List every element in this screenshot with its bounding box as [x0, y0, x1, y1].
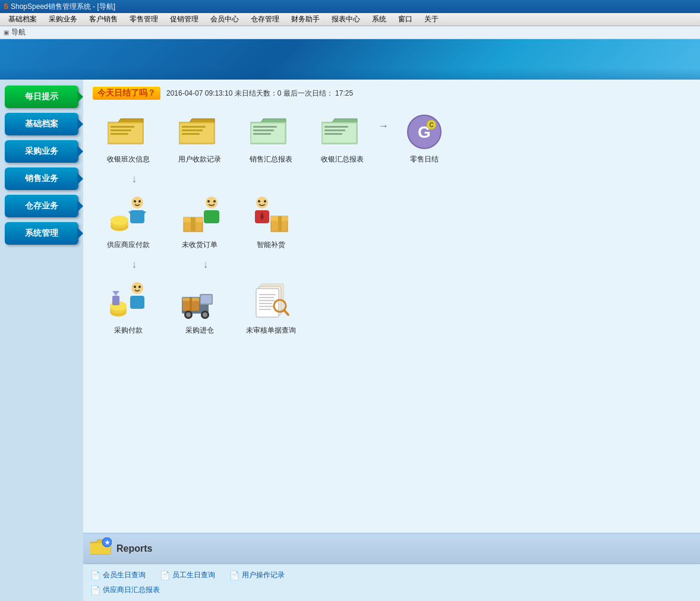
svg-rect-11 [182, 133, 200, 135]
svg-point-56 [138, 286, 141, 288]
label-pending-orders: 未收货订单 [182, 240, 217, 250]
svg-rect-9 [182, 126, 206, 128]
menu-promo[interactable]: 促销管理 [164, 13, 204, 26]
reports-header: ★ Reports [83, 534, 700, 564]
menu-system[interactable]: 系统 [366, 13, 392, 26]
svg-point-62 [186, 312, 191, 317]
icon-row-3: 采购付款 采购进仓 [93, 273, 690, 341]
svg-point-55 [134, 286, 136, 288]
menu-window[interactable]: 窗口 [392, 13, 418, 26]
icon-sales-summary[interactable]: 销售汇总报表 [235, 108, 307, 170]
sidebar: 每日提示 基础档案 采购业务 销售业务 仓存业务 系统管理 [0, 80, 83, 601]
report-link-icon-4: 📄 [90, 586, 100, 595]
report-staff-birthday[interactable]: 📄 员工生日查询 [160, 569, 215, 581]
svg-rect-17 [253, 133, 271, 135]
icon-pending-orders[interactable]: 未收货订单 [164, 188, 235, 256]
svg-point-33 [134, 200, 136, 203]
sidebar-warehouse-btn[interactable]: 仓存业务 [5, 195, 78, 217]
report-link-icon-3: 📄 [229, 571, 239, 580]
svg-rect-16 [253, 129, 274, 131]
title-icon: S [4, 2, 8, 11]
svg-point-41 [213, 200, 216, 203]
svg-rect-75 [259, 306, 273, 307]
menu-reports[interactable]: 报表中心 [326, 13, 366, 26]
svg-point-34 [138, 200, 141, 203]
svg-rect-44 [278, 216, 282, 232]
title-bar: S ShopSpeed销售管理系统 - [导航] [0, 0, 700, 13]
menu-bar: 基础档案 采购业务 客户销售 零售管理 促销管理 会员中心 仓存管理 财务助手 … [0, 13, 700, 26]
svg-rect-60 [201, 295, 212, 303]
svg-point-53 [131, 282, 143, 294]
label-sales-summary: 销售汇总报表 [250, 154, 292, 165]
report-user-oplog[interactable]: 📄 用户操作记录 [229, 569, 285, 581]
sidebar-daily-btn[interactable]: 每日提示 [5, 86, 78, 108]
svg-text:C: C [429, 122, 433, 128]
label-cashier-shift: 收银班次信息 [107, 154, 150, 165]
icon-smart-restock[interactable]: 智能补货 [235, 188, 307, 256]
svg-rect-67 [190, 298, 192, 311]
svg-point-38 [206, 197, 217, 208]
icon-supplier-payable[interactable]: 供应商应付款 [93, 188, 164, 256]
report-supplier-daily[interactable]: 📄 供应商日汇总报表 [90, 584, 693, 596]
menu-warehouse[interactable]: 仓存管理 [245, 13, 285, 26]
menu-about[interactable]: 关于 [418, 13, 444, 26]
label-retail-daily: 零售日结 [410, 154, 439, 165]
svg-rect-54 [130, 296, 144, 309]
svg-rect-22 [324, 129, 345, 131]
icon-row-1: 收银班次信息 用户收款记录 [93, 108, 690, 170]
daily-banner: 今天日结了吗？ 2016-04-07 09:13:10 未日结天数：0 最后一次… [93, 87, 690, 100]
reports-section: ★ Reports 📄 会员生日查询 📄 员工生日查询 📄 用户操作记录 [83, 533, 700, 601]
reports-links: 📄 会员生日查询 📄 员工生日查询 📄 用户操作记录 📄 供应商日汇总报表 [83, 564, 700, 601]
svg-point-31 [131, 197, 143, 208]
svg-rect-5 [111, 133, 128, 135]
menu-jichufiles[interactable]: 基础档案 [2, 13, 43, 26]
svg-text:★: ★ [105, 539, 111, 546]
icon-cashier-shift[interactable]: 收银班次信息 [93, 108, 164, 170]
report-member-birthday[interactable]: 📄 会员生日查询 [90, 569, 146, 581]
svg-point-45 [256, 197, 268, 208]
reports-title-text: Reports [116, 543, 152, 554]
report-link-icon-1: 📄 [90, 571, 100, 580]
arrow-connector: → [378, 108, 389, 132]
label-smart-restock: 智能补货 [257, 240, 285, 250]
menu-finance[interactable]: 财务助手 [285, 13, 326, 26]
report-link-icon-2: 📄 [160, 571, 170, 580]
svg-rect-32 [130, 210, 144, 223]
header-banner [0, 39, 700, 80]
svg-point-47 [258, 200, 260, 203]
icon-purchase-instock[interactable]: 采购进仓 [164, 273, 235, 341]
breadcrumb-icon: ▣ [4, 29, 9, 36]
svg-rect-3 [111, 126, 134, 128]
label-purchase-payment: 采购付款 [114, 325, 143, 336]
svg-rect-57 [112, 296, 119, 305]
sidebar-basic-btn[interactable]: 基础档案 [5, 113, 78, 135]
icon-purchase-payment[interactable]: 采购付款 [93, 273, 164, 341]
svg-rect-74 [259, 303, 272, 304]
svg-point-30 [111, 216, 128, 225]
label-supplier-payable: 供应商应付款 [107, 240, 150, 250]
svg-rect-21 [324, 126, 348, 128]
label-unreviewed-docs: 未审核单据查询 [246, 325, 296, 336]
menu-sales[interactable]: 客户销售 [83, 13, 124, 26]
icon-user-payment[interactable]: 用户收款记录 [164, 108, 235, 170]
menu-member[interactable]: 会员中心 [204, 13, 245, 26]
daily-title: 今天日结了吗？ [93, 87, 160, 100]
content-area: 今天日结了吗？ 2016-04-07 09:13:10 未日结天数：0 最后一次… [83, 80, 700, 601]
label-purchase-instock: 采购进仓 [185, 325, 214, 336]
svg-rect-15 [253, 126, 277, 128]
menu-purchase[interactable]: 采购业务 [43, 13, 83, 26]
svg-rect-37 [191, 217, 196, 232]
svg-line-78 [284, 310, 288, 315]
icon-cashier-summary[interactable]: 收银汇总报表 [307, 108, 378, 170]
icon-unreviewed-docs[interactable]: 未审核单据查询 [235, 273, 307, 341]
main-layout: 每日提示 基础档案 采购业务 销售业务 仓存业务 系统管理 今天日结了吗？ 20… [0, 80, 700, 601]
menu-retail[interactable]: 零售管理 [124, 13, 164, 26]
icon-retail-daily[interactable]: G C 零售日结 [389, 108, 460, 170]
sidebar-purchase-btn[interactable]: 采购业务 [5, 140, 78, 163]
sidebar-salesbiz-btn[interactable]: 销售业务 [5, 167, 78, 190]
daily-info: 2016-04-07 09:13:10 未日结天数：0 最后一次日结： 17:2… [166, 88, 353, 99]
sidebar-sysadmin-btn[interactable]: 系统管理 [5, 222, 78, 245]
svg-rect-10 [182, 129, 203, 131]
svg-rect-71 [259, 294, 276, 295]
breadcrumb-text: 导航 [11, 27, 26, 37]
